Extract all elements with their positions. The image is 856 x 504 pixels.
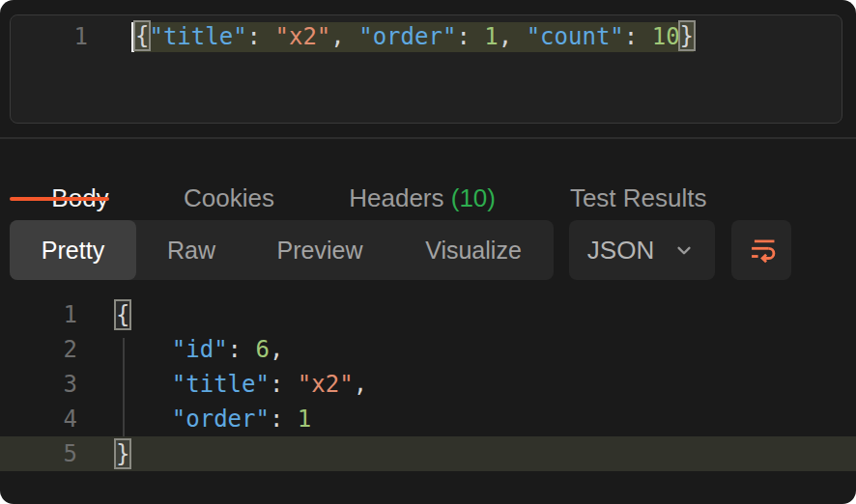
response-body-viewer[interactable]: 1{2 "id": 6,3 "title": "x2",4 "order": 1… (0, 292, 856, 504)
tab-test-results[interactable]: Test Results (528, 154, 706, 201)
code-token: : (247, 22, 275, 49)
code-content: {"title": "x2", "order": 1, "count": 10} (131, 22, 694, 52)
response-panel-app: 1{"title": "x2", "order": 1, "count": 10… (0, 0, 856, 504)
code-content: "order": 1 (116, 406, 311, 433)
code-token: "order" (172, 406, 270, 433)
wrap-lines-icon (745, 234, 778, 266)
tab-test-results-label: Test Results (570, 183, 707, 212)
matched-bracket: { (135, 22, 149, 49)
code-line[interactable]: 2 "id": 6, (0, 332, 856, 367)
code-token (116, 371, 172, 398)
code-content: "title": "x2", (116, 371, 367, 398)
headers-count-badge: (10) (451, 183, 496, 212)
code-token: 1 (484, 22, 498, 49)
code-line[interactable]: 1{"title": "x2", "order": 1, "count": 10… (11, 18, 842, 55)
code-token: : (270, 406, 298, 433)
tab-headers-label: Headers (349, 183, 443, 212)
matched-bracket: { (116, 301, 129, 328)
code-token: : (624, 22, 652, 49)
code-token: 10 (652, 22, 680, 49)
view-tab-preview[interactable]: Preview (246, 220, 393, 280)
code-line[interactable]: 5} (0, 436, 856, 471)
request-body-editor[interactable]: 1{"title": "x2", "order": 1, "count": 10… (10, 14, 842, 124)
code-token: "id" (172, 336, 228, 363)
text-caret (131, 22, 134, 52)
code-token: 1 (298, 406, 311, 433)
code-token: "title" (149, 22, 246, 49)
wrap-lines-button[interactable] (731, 220, 791, 280)
format-dropdown-label: JSON (587, 236, 654, 266)
line-number: 2 (0, 336, 77, 363)
code-token (116, 406, 172, 433)
code-token: "x2" (298, 371, 354, 398)
chevron-down-icon (671, 238, 697, 263)
view-tab-pretty[interactable]: Pretty (10, 220, 136, 280)
view-tab-visualize[interactable]: Visualize (393, 220, 554, 280)
tab-headers[interactable]: Headers (10) (307, 154, 496, 201)
format-dropdown[interactable]: JSON (569, 220, 715, 280)
line-number: 4 (0, 406, 77, 433)
response-tab-bar: Body Cookies Headers (10) Test Results (10, 154, 706, 201)
code-line[interactable]: 1{ (0, 297, 856, 332)
matched-bracket: } (116, 440, 129, 467)
code-token: , (354, 371, 367, 398)
response-viewer-lines: 1{2 "id": 6,3 "title": "x2",4 "order": 1… (0, 297, 856, 471)
code-token (116, 336, 172, 363)
text-selection: {"title": "x2", "order": 1, "count": 10} (131, 22, 694, 52)
matched-bracket: } (680, 22, 694, 49)
section-divider (0, 137, 856, 139)
line-number: 5 (0, 440, 77, 467)
code-token: "x2" (275, 22, 331, 49)
code-token: , (499, 22, 527, 49)
code-token: "order" (358, 22, 456, 49)
view-mode-segmented-control: Pretty Raw Preview Visualize (10, 220, 554, 280)
code-content: "id": 6, (116, 336, 283, 363)
code-token: 6 (256, 336, 270, 363)
tab-body[interactable]: Body (10, 154, 109, 201)
code-content: } (116, 440, 129, 467)
code-token: : (456, 22, 484, 49)
line-number: 1 (0, 301, 77, 328)
code-token: "count" (527, 22, 624, 49)
code-token: : (228, 336, 256, 363)
code-token: , (330, 22, 358, 49)
line-number: 1 (11, 23, 88, 50)
code-line[interactable]: 3 "title": "x2", (0, 367, 856, 402)
tab-body-label: Body (51, 183, 108, 212)
line-number: 3 (0, 371, 77, 398)
view-tab-raw[interactable]: Raw (136, 220, 246, 280)
code-token: : (270, 371, 298, 398)
code-content: { (116, 301, 129, 328)
code-line[interactable]: 4 "order": 1 (0, 402, 856, 436)
tab-cookies-label: Cookies (184, 183, 274, 212)
code-token: , (270, 336, 283, 363)
code-token: "title" (172, 371, 270, 398)
request-editor-lines: 1{"title": "x2", "order": 1, "count": 10… (11, 18, 842, 55)
tab-cookies[interactable]: Cookies (142, 154, 274, 201)
